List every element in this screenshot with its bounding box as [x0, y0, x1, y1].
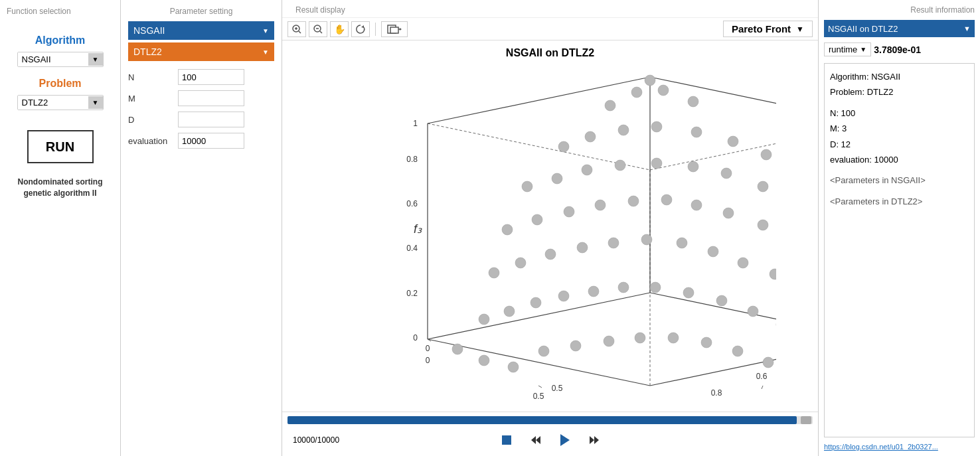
svg-line-21	[428, 77, 650, 123]
point-48	[504, 306, 515, 317]
function-selection-header: Function selection	[7, 7, 71, 16]
progress-bar-container[interactable]	[287, 416, 813, 424]
progress-bar-fill	[287, 416, 797, 424]
svg-line-27	[762, 386, 763, 389]
progress-handle[interactable]	[801, 416, 811, 424]
svg-marker-29	[531, 436, 536, 444]
point-27	[628, 196, 639, 206]
point-1	[645, 75, 655, 86]
problem-select[interactable]: DTLZ2	[18, 96, 88, 110]
svg-marker-33	[594, 436, 599, 444]
algorithm-dropdown-arrow[interactable]: ▼	[88, 53, 103, 66]
point-34	[489, 267, 499, 278]
toolbar-divider	[375, 23, 376, 36]
svg-line-23	[650, 77, 776, 123]
param-header: Parameter setting	[170, 7, 233, 16]
copy-button[interactable]	[381, 21, 408, 37]
skip-beginning-button[interactable]	[527, 431, 545, 449]
run-button[interactable]: RUN	[27, 130, 94, 163]
problem-dropdown-arrow[interactable]: ▼	[88, 96, 103, 109]
point-41	[708, 246, 718, 257]
point-70	[479, 355, 489, 366]
display-header: Result display	[282, 0, 818, 18]
algorithm-dropdown[interactable]: NSGAII ▼	[17, 52, 104, 67]
param-problem-arrow: ▼	[262, 48, 269, 56]
point-7	[585, 131, 596, 142]
pareto-front-arrow: ▼	[796, 25, 804, 34]
svg-marker-31	[560, 434, 570, 446]
copy-icon	[387, 24, 402, 35]
params-nsgaii-link[interactable]: <Parameters in NSGAII>	[830, 173, 969, 188]
param-algorithm-dropdown[interactable]: NSGAII ▼	[128, 21, 274, 40]
point-69	[452, 344, 463, 354]
info-external-link[interactable]: https://blog.csdn.net/u01_2b0327...	[824, 443, 975, 451]
f1-tick-06: 0.6	[756, 372, 767, 381]
play-button[interactable]	[556, 431, 574, 449]
chart-title: NSGAII on DTLZ2	[506, 47, 594, 59]
point-20	[758, 181, 768, 192]
param-row-eval: evaluation	[128, 133, 274, 149]
origin-label2: 0	[425, 356, 430, 365]
point-52	[618, 282, 629, 293]
info-title-arrow: ▼	[963, 25, 971, 33]
zoom-in-icon	[291, 24, 302, 35]
point-15	[582, 165, 592, 175]
f3-tick-08: 0.8	[406, 155, 418, 164]
param-input-eval[interactable]	[178, 133, 244, 149]
info-title-label: NSGAII on DTLZ2	[828, 24, 898, 34]
f3-tick-1: 1	[413, 119, 418, 128]
pareto-chart[interactable]: f₃ f₂ f₁ 0 0.2 0.4 0.6 0.8 1 0.5 1 1 0.8…	[325, 54, 776, 399]
point-63	[604, 336, 614, 346]
param-input-m[interactable]	[178, 90, 244, 106]
point-26	[595, 200, 606, 210]
svg-line-3	[299, 31, 301, 33]
param-label-eval: evaluation	[128, 136, 178, 146]
point-40	[677, 238, 687, 248]
svg-marker-11	[400, 28, 402, 31]
point-24	[532, 214, 542, 225]
pan-button[interactable]: ✋	[330, 21, 349, 37]
stop-button[interactable]	[497, 431, 516, 449]
svg-line-22	[650, 123, 776, 170]
svg-marker-7	[361, 25, 364, 28]
problem-section-label: Problem	[39, 78, 81, 90]
svg-line-25	[538, 386, 542, 388]
skip-end-icon	[588, 434, 600, 446]
point-6	[558, 141, 569, 152]
svg-line-15	[650, 293, 776, 339]
skip-end-button[interactable]	[585, 431, 604, 449]
detail-d: D: 12	[830, 137, 969, 152]
playback-controls	[497, 428, 604, 452]
pareto-front-dropdown[interactable]: Pareto Front ▼	[723, 21, 813, 37]
pan-icon: ✋	[334, 24, 345, 35]
point-56	[748, 306, 758, 317]
zoom-out-button[interactable]	[309, 21, 327, 37]
f1-tick-08: 0.8	[710, 388, 722, 398]
point-23	[502, 224, 513, 235]
point-5	[688, 96, 698, 107]
progress-area: 10000/10000	[282, 412, 818, 456]
param-panel: Parameter setting NSGAII ▼ DTLZ2 ▼ N M D…	[121, 0, 282, 456]
left-panel: Function selection Algorithm NSGAII ▼ Pr…	[0, 0, 121, 456]
param-input-d[interactable]	[178, 112, 244, 127]
origin-label: 0	[425, 344, 430, 353]
problem-dropdown[interactable]: DTLZ2 ▼	[17, 95, 104, 110]
param-problem-dropdown[interactable]: DTLZ2 ▼	[128, 42, 274, 61]
point-35	[515, 258, 526, 268]
point-10	[691, 127, 702, 137]
algorithm-select[interactable]: NSGAII	[18, 52, 88, 66]
toolbar: ✋ Pareto Front ▼	[282, 18, 818, 40]
reset-button[interactable]	[351, 21, 370, 37]
zoom-in-button[interactable]	[287, 21, 306, 37]
point-8	[618, 125, 629, 135]
detail-spacer3	[830, 189, 969, 194]
reset-icon	[355, 24, 366, 35]
point-53	[650, 282, 661, 293]
runtime-dropdown[interactable]: runtime ▼	[824, 42, 871, 56]
param-input-n[interactable]	[178, 69, 244, 85]
point-47	[479, 314, 489, 325]
algorithm-section-label: Algorithm	[35, 35, 86, 46]
params-dtlz2-link[interactable]: <Parameters in DTLZ2>	[830, 194, 969, 209]
info-title-dropdown[interactable]: NSGAII on DTLZ2 ▼	[824, 20, 975, 37]
svg-line-6	[320, 31, 322, 33]
